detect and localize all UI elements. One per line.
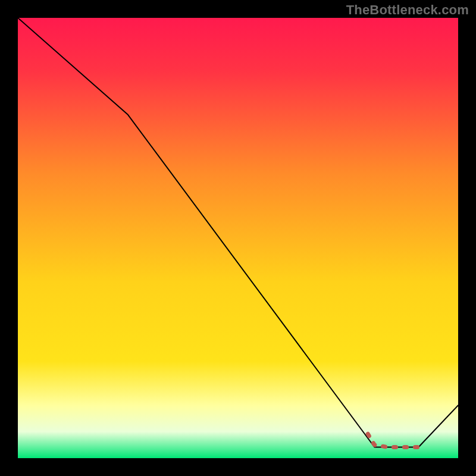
chart-stage: TheBottleneck.com — [0, 0, 476, 476]
chart-svg — [18, 18, 458, 458]
plot-area — [18, 18, 458, 458]
watermark-text: TheBottleneck.com — [346, 2, 469, 18]
gradient-background — [18, 18, 458, 458]
